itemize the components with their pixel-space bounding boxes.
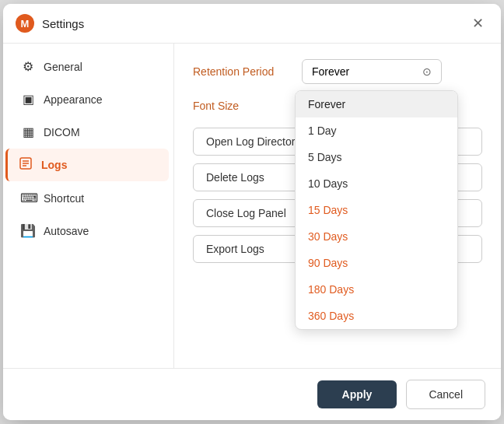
sidebar-label-dicom: DICOM: [44, 126, 80, 138]
shortcut-icon: ⌨: [20, 191, 36, 205]
dropdown-item-5days[interactable]: 5 Days: [296, 144, 457, 170]
sidebar-item-autosave[interactable]: 💾 Autosave: [8, 215, 169, 247]
dropdown-item-360days[interactable]: 360 Days: [296, 303, 457, 329]
sidebar-item-appearance[interactable]: ▣ Appearance: [8, 83, 169, 115]
dropdown-item-90days[interactable]: 90 Days: [296, 250, 457, 276]
sidebar-label-shortcut: Shortcut: [44, 192, 84, 205]
sidebar-label-autosave: Autosave: [44, 225, 89, 237]
sidebar-label-general: General: [44, 61, 82, 73]
close-button[interactable]: ✕: [467, 13, 488, 33]
dropdown-item-10days[interactable]: 10 Days: [296, 170, 457, 197]
apply-button[interactable]: Apply: [317, 380, 397, 408]
retention-period-value: Forever: [312, 65, 349, 78]
logs-icon: [18, 157, 33, 173]
footer: Apply Cancel: [3, 368, 501, 420]
title-bar: M Settings ✕: [3, 4, 501, 44]
content-area: Retention Period Forever Font Size Open …: [174, 44, 501, 368]
sidebar-label-logs: Logs: [41, 159, 67, 171]
cancel-button[interactable]: Cancel: [406, 380, 485, 409]
settings-dialog: M Settings ✕ ⚙ General ▣ Appearance ▦ DI…: [3, 4, 501, 420]
dicom-icon: ▦: [20, 124, 36, 139]
retention-period-dropdown: Forever 1 Day 5 Days 10 Days 15 Days 30 …: [295, 90, 458, 330]
dropdown-item-1day[interactable]: 1 Day: [296, 117, 457, 144]
sidebar-label-appearance: Appearance: [44, 93, 103, 106]
font-size-label: Font Size: [193, 100, 302, 112]
autosave-icon: 💾: [20, 223, 36, 238]
sidebar-item-general[interactable]: ⚙ General: [8, 51, 169, 82]
sidebar-item-logs[interactable]: Logs: [5, 149, 169, 181]
app-logo: M: [16, 14, 34, 33]
chevron-down-icon: [422, 65, 432, 78]
main-content: ⚙ General ▣ Appearance ▦ DICOM: [3, 44, 501, 368]
dropdown-item-15days[interactable]: 15 Days: [296, 197, 457, 223]
sidebar-item-shortcut[interactable]: ⌨ Shortcut: [8, 182, 169, 214]
dropdown-item-forever[interactable]: Forever: [296, 91, 457, 117]
sidebar: ⚙ General ▣ Appearance ▦ DICOM: [3, 44, 174, 368]
sidebar-item-dicom[interactable]: ▦ DICOM: [8, 116, 169, 148]
dropdown-item-180days[interactable]: 180 Days: [296, 276, 457, 303]
dropdown-item-30days[interactable]: 30 Days: [296, 223, 457, 250]
retention-period-select[interactable]: Forever: [302, 59, 442, 84]
retention-period-label: Retention Period: [193, 65, 302, 78]
dialog-title: Settings: [42, 17, 467, 30]
retention-period-row: Retention Period Forever: [193, 59, 482, 84]
gear-icon: ⚙: [20, 59, 36, 74]
appearance-icon: ▣: [20, 92, 36, 107]
